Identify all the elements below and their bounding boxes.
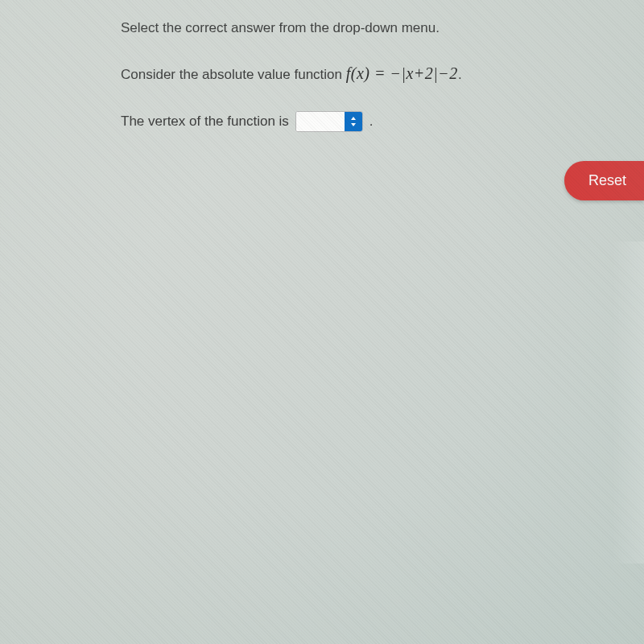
edge-highlight bbox=[612, 242, 644, 564]
answer-prefix: The vertex of the function is bbox=[121, 114, 289, 130]
instruction-text: Select the correct answer from the drop-… bbox=[121, 20, 644, 36]
formula: f(x) = −|x+2|−2 bbox=[346, 64, 458, 82]
dropdown-value bbox=[296, 112, 345, 131]
question-text: Consider the absolute value function f(x… bbox=[121, 64, 644, 83]
question-suffix: . bbox=[458, 67, 462, 82]
dropdown-arrow-icon bbox=[345, 112, 362, 131]
question-prefix: Consider the absolute value function bbox=[121, 67, 346, 82]
period: . bbox=[369, 114, 374, 130]
reset-button[interactable]: Reset bbox=[564, 161, 644, 200]
answer-line: The vertex of the function is . bbox=[121, 111, 644, 132]
answer-dropdown[interactable] bbox=[295, 111, 363, 132]
